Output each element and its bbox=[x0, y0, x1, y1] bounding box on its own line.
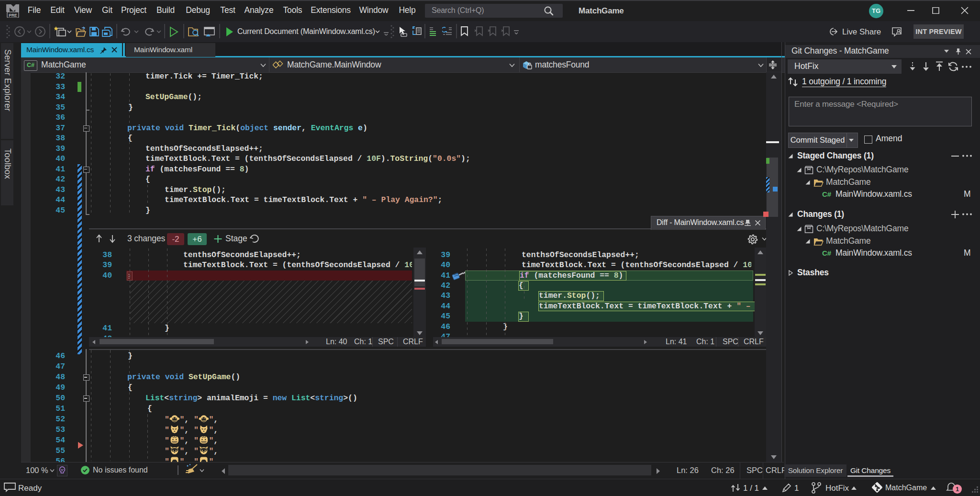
svg-text:PRE: PRE bbox=[9, 13, 17, 18]
